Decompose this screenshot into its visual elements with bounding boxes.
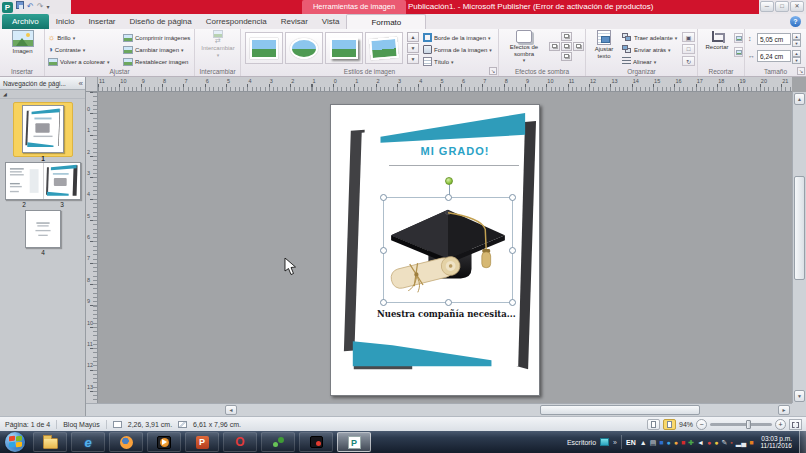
compress-pictures-button[interactable]: Comprimir imágenes bbox=[123, 32, 190, 43]
picture-shape-button[interactable]: Forma de la imagen ▾ bbox=[423, 44, 492, 55]
gallery-down-button[interactable]: ▼ bbox=[407, 43, 419, 53]
touch-keyboard-icon[interactable]: ▤ bbox=[650, 438, 657, 447]
page-indicator[interactable]: Página: 1 de 4 bbox=[5, 421, 50, 428]
nudge-shadow-down-button[interactable] bbox=[561, 52, 572, 61]
swap-button[interactable]: ⇄ Intercambiar ▾ bbox=[199, 30, 237, 66]
app-yellow-dot-icon[interactable]: ● bbox=[714, 438, 718, 447]
publisher-app-icon[interactable]: P bbox=[2, 2, 13, 13]
shape-width-input[interactable] bbox=[757, 50, 791, 62]
page-caption-textbox[interactable]: Nuestra compañía necesita... bbox=[377, 309, 529, 319]
redo-button[interactable]: ↷ bbox=[37, 1, 44, 13]
width-down-button[interactable]: ▼ bbox=[792, 57, 801, 64]
nudge-shadow-left-button[interactable] bbox=[549, 42, 560, 51]
tab-archivo[interactable]: Archivo bbox=[2, 14, 49, 29]
page-thumbnail-4[interactable] bbox=[25, 210, 61, 248]
nudge-shadow-right-button[interactable] bbox=[573, 42, 584, 51]
insert-picture-button[interactable]: Imagen bbox=[4, 30, 41, 66]
scroll-right-icon[interactable]: ► bbox=[778, 405, 790, 415]
crop-button[interactable]: Recortar bbox=[702, 30, 732, 66]
zoom-in-button[interactable]: + bbox=[775, 419, 786, 430]
toolbar-chevron-icon[interactable]: » bbox=[613, 439, 617, 446]
gallery-more-button[interactable]: ▼ bbox=[407, 54, 419, 64]
taskbar-powerpoint-button[interactable]: P bbox=[185, 432, 219, 452]
crop-fill-button[interactable] bbox=[734, 47, 743, 57]
antivirus-icon[interactable]: ✚ bbox=[688, 438, 694, 447]
show-hidden-icons-icon[interactable]: ▲ bbox=[640, 438, 647, 447]
page-number-label[interactable]: 3 bbox=[43, 201, 81, 208]
nudge-shadow-up-button[interactable] bbox=[561, 32, 572, 41]
help-icon[interactable]: ? bbox=[790, 16, 801, 27]
undo-button[interactable]: ↶ bbox=[27, 1, 34, 13]
tab-revisar[interactable]: Revisar bbox=[274, 14, 315, 29]
tab-insertar[interactable]: Insertar bbox=[81, 14, 122, 29]
align-button[interactable]: Alinear ▾ bbox=[622, 56, 656, 67]
reset-picture-button[interactable]: Restablecer imagen bbox=[123, 56, 188, 67]
volume-icon[interactable]: ◄ bbox=[697, 438, 704, 447]
vertical-scroll-thumb[interactable] bbox=[794, 176, 805, 280]
selection-handle-n[interactable] bbox=[445, 194, 452, 201]
taskbar-explorer-button[interactable] bbox=[33, 432, 67, 452]
taskbar-opera-button[interactable]: O bbox=[223, 432, 257, 452]
tab-correspondencia[interactable]: Correspondencia bbox=[199, 14, 274, 29]
zoom-percentage[interactable]: 94% bbox=[679, 421, 693, 428]
taskbar-media-player-button[interactable] bbox=[147, 432, 181, 452]
shadow-effects-button[interactable]: Efectos de sombra ▾ bbox=[501, 30, 547, 66]
crop-to-shape-button[interactable] bbox=[734, 33, 743, 43]
recolor-button[interactable]: Volver a colorear ▾ bbox=[48, 56, 110, 67]
change-picture-button[interactable]: Cambiar imagen ▾ bbox=[123, 44, 184, 55]
minimize-button[interactable]: ─ bbox=[760, 1, 774, 12]
selection-handle-e[interactable] bbox=[509, 247, 516, 254]
two-page-view-button[interactable] bbox=[647, 419, 660, 430]
horizontal-scroll-thumb[interactable] bbox=[540, 405, 700, 415]
expand-corner-icon[interactable]: ◢ bbox=[3, 91, 7, 97]
horizontal-scrollbar[interactable]: ◄ ► bbox=[86, 403, 792, 416]
height-up-button[interactable]: ▲ bbox=[792, 33, 801, 40]
rotation-handle[interactable] bbox=[445, 177, 453, 185]
tab-diseno-de-pagina[interactable]: Diseño de página bbox=[123, 14, 199, 29]
shape-height-input[interactable] bbox=[757, 33, 791, 45]
graduation-cap-image[interactable] bbox=[386, 200, 510, 300]
send-backward-button[interactable]: Enviar atrás ▾ bbox=[622, 44, 671, 55]
scroll-down-icon[interactable]: ▼ bbox=[794, 390, 805, 402]
desktop-toolbar-label[interactable]: Escritorio bbox=[567, 439, 596, 446]
zoom-slider[interactable] bbox=[710, 423, 772, 426]
image-style-tilted[interactable] bbox=[365, 32, 403, 64]
height-down-button[interactable]: ▼ bbox=[792, 40, 801, 47]
selection-handle-ne[interactable] bbox=[509, 194, 516, 201]
adobe-icon[interactable]: ■ bbox=[681, 438, 685, 447]
rotate-button[interactable]: ↻ bbox=[682, 56, 695, 66]
selection-handle-nw[interactable] bbox=[380, 194, 387, 201]
taskbar-publisher-button[interactable]: P bbox=[337, 432, 371, 452]
gallery-up-button[interactable]: ▲ bbox=[407, 32, 419, 42]
group-objects-button[interactable]: ▣ bbox=[682, 32, 695, 42]
taskbar-internet-explorer-button[interactable]: e bbox=[71, 432, 105, 452]
page-heading-textbox[interactable]: MI GRADO! bbox=[381, 145, 529, 157]
picture-border-button[interactable]: Borde de la imagen ▾ bbox=[423, 32, 491, 43]
brightness-button[interactable]: ☼ Brillo ▾ bbox=[48, 32, 75, 43]
bring-forward-button[interactable]: Traer adelante ▾ bbox=[622, 32, 677, 43]
vertical-scrollbar[interactable]: ▲ ▼ bbox=[792, 92, 806, 403]
image-style-shadow[interactable] bbox=[325, 32, 363, 64]
app-maroon-icon[interactable]: ▪ bbox=[730, 438, 732, 447]
single-page-view-button[interactable] bbox=[663, 419, 676, 430]
image-style-oval[interactable] bbox=[285, 32, 323, 64]
width-up-button[interactable]: ▲ bbox=[792, 50, 801, 57]
selected-image-frame[interactable] bbox=[383, 197, 513, 303]
caption-button[interactable]: Título ▾ bbox=[423, 56, 454, 67]
page-number-label[interactable]: 2 bbox=[5, 201, 43, 208]
scroll-up-icon[interactable]: ▲ bbox=[794, 93, 805, 105]
selection-handle-s[interactable] bbox=[445, 299, 452, 306]
image-style-simple-frame[interactable] bbox=[245, 32, 283, 64]
tab-inicio[interactable]: Inicio bbox=[49, 14, 82, 29]
page-number-label[interactable]: 1 bbox=[22, 155, 64, 162]
tab-formato[interactable]: Formato bbox=[346, 14, 426, 29]
app-blue-square-icon[interactable]: ■ bbox=[659, 438, 663, 447]
scroll-left-icon[interactable]: ◄ bbox=[225, 405, 237, 415]
tab-vista[interactable]: Vista bbox=[315, 14, 347, 29]
app-red-dot-icon[interactable]: ● bbox=[707, 438, 711, 447]
workspace-canvas[interactable]: MI GRADO! bbox=[98, 92, 792, 403]
restore-button[interactable]: □ bbox=[775, 1, 789, 12]
taskbar-clock[interactable]: 03:03 p.m. 11/11/2016 bbox=[757, 435, 795, 450]
language-indicator[interactable]: EN bbox=[626, 439, 636, 446]
zoom-slider-thumb[interactable] bbox=[746, 420, 751, 429]
